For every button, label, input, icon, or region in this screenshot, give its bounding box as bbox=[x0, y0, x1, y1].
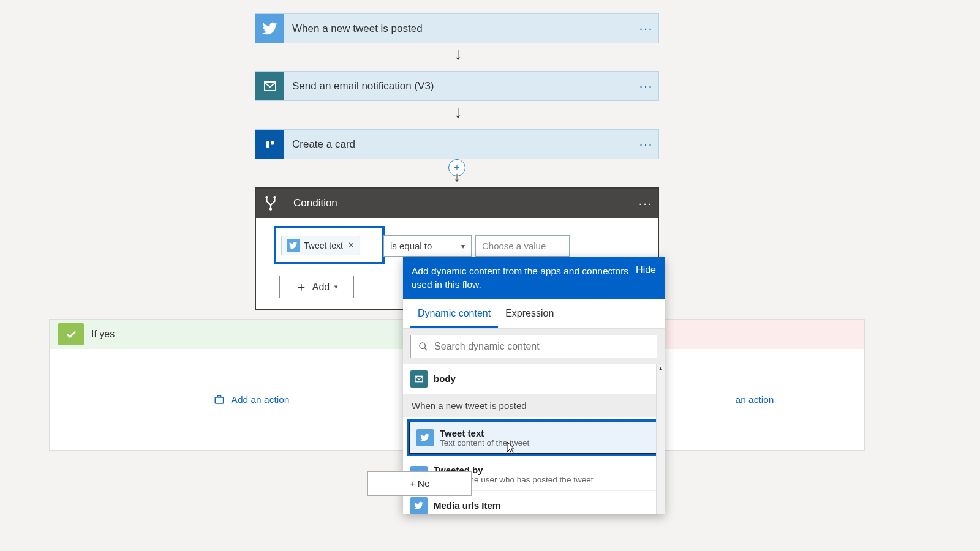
hide-button[interactable]: Hide bbox=[636, 264, 656, 276]
add-action-icon bbox=[213, 394, 225, 406]
add-action-button[interactable]: Add an action bbox=[213, 394, 290, 406]
checkmark-icon bbox=[58, 323, 84, 345]
dynamic-section-header: When a new tweet is posted bbox=[403, 394, 665, 417]
email-icon bbox=[410, 370, 428, 388]
chevron-down-icon: ▾ bbox=[334, 283, 338, 291]
step-email-action[interactable]: Send an email notification (V3) ··· bbox=[255, 71, 659, 101]
arrow-down-icon: ↓ bbox=[446, 174, 468, 180]
operator-label: is equal to bbox=[390, 241, 432, 251]
step-menu-icon[interactable]: ··· bbox=[633, 197, 658, 211]
search-icon bbox=[418, 342, 428, 351]
tab-expression[interactable]: Expression bbox=[498, 299, 561, 328]
dynamic-content-banner: Add dynamic content from the apps and co… bbox=[403, 257, 665, 299]
twitter-icon bbox=[417, 429, 434, 446]
arrow-down-icon: ↓ bbox=[454, 44, 462, 64]
step-menu-icon[interactable]: ··· bbox=[634, 21, 658, 36]
step-menu-icon[interactable]: ··· bbox=[634, 79, 658, 93]
svg-point-5 bbox=[274, 197, 275, 198]
twitter-icon bbox=[410, 497, 428, 514]
chevron-down-icon: ▾ bbox=[461, 242, 465, 250]
tab-dynamic-content[interactable]: Dynamic content bbox=[410, 299, 498, 328]
branch-if-yes: If yes Add an action bbox=[49, 319, 453, 451]
svg-line-9 bbox=[424, 348, 427, 350]
svg-point-6 bbox=[270, 209, 271, 210]
token-label: Tweet text bbox=[304, 241, 343, 250]
svg-rect-7 bbox=[215, 397, 223, 403]
item-title: Media urls Item bbox=[434, 500, 500, 511]
add-action-label: Add an action bbox=[232, 394, 290, 405]
dynamic-item-tweet-text[interactable]: Tweet text Text content of the tweet bbox=[407, 419, 661, 456]
item-desc: Text content of the tweet bbox=[440, 438, 529, 448]
search-input[interactable] bbox=[434, 341, 649, 352]
token-tweet-text[interactable]: Tweet text ✕ bbox=[281, 236, 360, 255]
step-trello-action[interactable]: Create a card ··· bbox=[255, 129, 659, 159]
svg-rect-2 bbox=[266, 141, 270, 148]
svg-point-8 bbox=[420, 343, 425, 348]
branch-yes-label: If yes bbox=[91, 329, 115, 340]
branch-yes-header: If yes bbox=[50, 320, 453, 349]
scrollbar[interactable]: ▴ bbox=[656, 364, 665, 514]
dynamic-item-body[interactable]: body bbox=[403, 364, 665, 394]
trello-icon bbox=[255, 130, 284, 159]
add-condition-row-button[interactable]: ＋ Add ▾ bbox=[279, 276, 354, 298]
add-button-label: Add bbox=[312, 282, 330, 293]
insert-step-node[interactable]: + ↓ bbox=[446, 159, 468, 190]
add-action-button[interactable]: an action bbox=[736, 394, 774, 405]
step-label: Send an email notification (V3) bbox=[284, 80, 634, 92]
banner-message: Add dynamic content from the apps and co… bbox=[412, 264, 630, 292]
svg-point-4 bbox=[266, 197, 267, 198]
remove-token-icon[interactable]: ✕ bbox=[347, 241, 355, 250]
search-dynamic-content[interactable] bbox=[410, 335, 657, 358]
step-label: Create a card bbox=[284, 138, 634, 151]
condition-icon bbox=[256, 189, 285, 218]
step-label: When a new tweet is posted bbox=[284, 23, 634, 35]
step-menu-icon[interactable]: ··· bbox=[634, 137, 658, 151]
step-twitter-trigger[interactable]: When a new tweet is posted ··· bbox=[255, 13, 659, 43]
twitter-icon bbox=[255, 14, 284, 43]
plus-icon: ＋ bbox=[295, 279, 307, 295]
condition-value-input[interactable]: Choose a value bbox=[475, 235, 570, 257]
value-placeholder: Choose a value bbox=[482, 241, 546, 251]
condition-title: Condition bbox=[285, 197, 633, 209]
add-action-label-partial: an action bbox=[736, 394, 774, 405]
item-title: Tweet text bbox=[440, 428, 529, 438]
condition-operator-select[interactable]: is equal to ▾ bbox=[383, 235, 472, 257]
new-step-button[interactable]: + Ne bbox=[368, 471, 472, 496]
condition-header[interactable]: Condition ··· bbox=[256, 189, 658, 218]
arrow-down-icon: ↓ bbox=[454, 102, 462, 122]
email-icon bbox=[255, 72, 284, 100]
svg-rect-3 bbox=[271, 141, 274, 144]
twitter-icon bbox=[287, 239, 300, 252]
item-title: body bbox=[434, 373, 456, 384]
dynamic-content-tabs: Dynamic content Expression bbox=[403, 299, 665, 329]
condition-left-operand[interactable]: Tweet text ✕ bbox=[274, 226, 385, 264]
